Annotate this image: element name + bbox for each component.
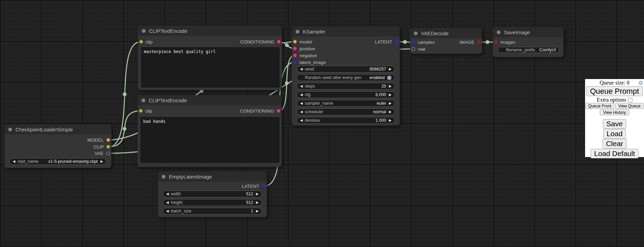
decrement-arrow-icon[interactable]: ◀ (300, 84, 303, 88)
increment-arrow-icon[interactable]: ▶ (256, 192, 259, 196)
slot-dot-image[interactable] (494, 40, 498, 44)
slot-dot-image[interactable] (477, 40, 481, 44)
slot-dot-conditioning[interactable] (277, 109, 280, 113)
slot-dot-latent[interactable] (262, 184, 265, 188)
queue-prompt-button[interactable]: Queue Prompt (586, 86, 643, 96)
collapse-dot-icon[interactable] (141, 99, 145, 102)
increment-arrow-icon[interactable]: ▶ (256, 201, 259, 204)
negative-prompt-textarea[interactable]: bad hands (140, 117, 280, 163)
clear-button[interactable]: Clear (603, 139, 627, 148)
slot-dot-latent[interactable] (293, 61, 297, 64)
increment-arrow-icon[interactable]: ▶ (389, 119, 392, 122)
input-slot-negative[interactable]: negative (293, 52, 317, 59)
node-title: VAEDecode (421, 30, 449, 36)
slot-dot-model[interactable] (293, 40, 297, 43)
increment-arrow-icon[interactable]: ▶ (389, 84, 392, 88)
widget-batch-size[interactable]: ◀ batch_size 1 ▶ (163, 208, 262, 214)
slot-dot-conditioning[interactable] (277, 40, 281, 43)
widget-random-seed-toggle[interactable]: Random seed after every gen enabled (297, 74, 395, 81)
node-checkpoint-loader[interactable]: CheckpointLoaderSimple MODEL CLIP VAE ◀ … (4, 124, 111, 168)
input-slot-positive[interactable]: positive (293, 45, 315, 52)
node-empty-latent-image[interactable]: EmptyLatentImage LATENT ◀ width 512 ▶ ◀ … (158, 171, 267, 217)
collapse-dot-icon[interactable] (414, 31, 418, 35)
input-slot-samples[interactable]: samples (411, 39, 435, 46)
extra-options-checkbox[interactable] (628, 98, 632, 102)
output-slot-conditioning[interactable]: CONDITIONING (240, 107, 280, 114)
increment-arrow-icon[interactable]: ▶ (389, 110, 392, 114)
increment-arrow-icon[interactable]: ▶ (389, 93, 392, 96)
input-slot-images[interactable]: images (494, 39, 516, 46)
widget-height[interactable]: ◀ height 512 ▶ (163, 199, 262, 206)
node-clip-text-encode-negative[interactable]: CLIPTextEncode clip CONDITIONING bad han… (138, 95, 282, 167)
output-slot-image[interactable]: IMAGE (459, 39, 481, 46)
save-button[interactable]: Save (603, 119, 626, 129)
slot-label: IMAGE (459, 40, 474, 45)
slot-dot-clip[interactable] (107, 145, 110, 148)
collapse-dot-icon[interactable] (296, 30, 299, 34)
decrement-arrow-icon[interactable]: ◀ (166, 209, 169, 213)
node-save-image[interactable]: SaveImage images filename_prefix ComfyUI (493, 27, 564, 57)
queue-menu-panel: Queue size: 0 ⚙ Queue Prompt Extra optio… (585, 79, 644, 157)
output-slot-vae[interactable]: VAE (95, 150, 110, 157)
decrement-arrow-icon[interactable]: ◀ (300, 110, 303, 114)
slot-dot-clip[interactable] (139, 40, 143, 43)
link-midpoint-dot (403, 40, 407, 44)
collapse-dot-icon[interactable] (497, 30, 500, 34)
decrement-arrow-icon[interactable]: ◀ (300, 67, 303, 71)
decrement-arrow-icon[interactable]: ◀ (300, 102, 303, 105)
output-slot-conditioning[interactable]: CONDITIONING (240, 38, 281, 45)
collapse-dot-icon[interactable] (162, 175, 165, 179)
widget-cfg[interactable]: ◀ cfg 8.000 ▶ (297, 91, 395, 98)
slot-dot-conditioning[interactable] (293, 54, 297, 57)
widget-sampler-name[interactable]: ◀ sampler_name euler ▶ (297, 100, 395, 107)
increment-arrow-icon[interactable]: ▶ (389, 102, 392, 105)
input-slot-clip[interactable]: clip (139, 38, 152, 45)
widget-seed[interactable]: ◀ seed 8566257 ▶ (297, 66, 395, 73)
widget-filename-prefix[interactable]: filename_prefix ComfyUI (498, 47, 559, 53)
slot-dot-model[interactable] (107, 138, 110, 142)
node-ksampler[interactable]: KSampler model positive negative latent_… (292, 26, 400, 126)
load-button[interactable]: Load (603, 129, 626, 139)
widget-steps[interactable]: ◀ steps 20 ▶ (297, 83, 395, 90)
load-default-button[interactable]: Load Default (591, 149, 638, 158)
slot-dot-clip[interactable] (139, 109, 143, 113)
node-clip-text-encode-positive[interactable]: CLIPTextEncode clip CONDITIONING masterp… (138, 26, 282, 90)
widget-scheduler[interactable]: ◀ scheduler normal ▶ (297, 108, 395, 115)
node-vae-decode[interactable]: VAEDecode samples vae IMAGE (410, 28, 482, 54)
input-slot-vae[interactable]: vae (411, 46, 425, 52)
widget-width[interactable]: ◀ width 512 ▶ (163, 191, 262, 197)
output-slot-clip[interactable]: CLIP (94, 143, 110, 150)
output-slot-latent[interactable]: LATENT (375, 38, 398, 45)
increment-arrow-icon[interactable]: ▶ (100, 160, 103, 163)
slot-dot-latent[interactable] (411, 40, 415, 44)
link-midpoint-dot (285, 43, 289, 47)
input-slot-model[interactable]: model (293, 38, 312, 45)
widget-ckpt-name[interactable]: ◀ ckpt_name v1-5-pruned-emaonly.ckpt ▶ (9, 158, 107, 165)
gear-icon[interactable]: ⚙ (638, 80, 643, 86)
queue-front-button[interactable]: Queue Front (585, 103, 614, 109)
slot-dot-latent[interactable] (395, 40, 398, 43)
output-slot-model[interactable]: MODEL (87, 136, 110, 143)
slot-dot-vae[interactable] (411, 47, 415, 51)
widget-denoise[interactable]: ◀ denoise 1.000 ▶ (297, 117, 395, 124)
decrement-arrow-icon[interactable]: ◀ (300, 119, 303, 122)
input-slot-clip[interactable]: clip (139, 107, 152, 114)
increment-arrow-icon[interactable]: ▶ (389, 67, 392, 71)
decrement-arrow-icon[interactable]: ◀ (300, 93, 303, 96)
slot-dot-vae[interactable] (106, 152, 110, 155)
view-history-button[interactable]: View History (600, 109, 629, 115)
view-queue-button[interactable]: View Queue (615, 103, 644, 109)
node-graph-canvas[interactable]: CheckpointLoaderSimple MODEL CLIP VAE ◀ … (0, 0, 644, 247)
decrement-arrow-icon[interactable]: ◀ (166, 192, 169, 196)
collapse-dot-icon[interactable] (8, 128, 12, 131)
decrement-arrow-icon[interactable]: ◀ (13, 160, 15, 163)
decrement-arrow-icon[interactable]: ◀ (166, 201, 169, 204)
input-slot-latent-image[interactable]: latent_image (293, 59, 326, 66)
toggle-enabled-icon[interactable] (387, 76, 392, 80)
positive-prompt-textarea[interactable]: masterpiece best quality girl (141, 47, 280, 88)
slot-dot-conditioning[interactable] (293, 47, 297, 50)
increment-arrow-icon[interactable]: ▶ (256, 209, 259, 213)
collapse-dot-icon[interactable] (142, 29, 146, 33)
output-slot-latent[interactable]: LATENT (242, 183, 265, 190)
node-title: CLIPTextEncode (149, 98, 187, 103)
